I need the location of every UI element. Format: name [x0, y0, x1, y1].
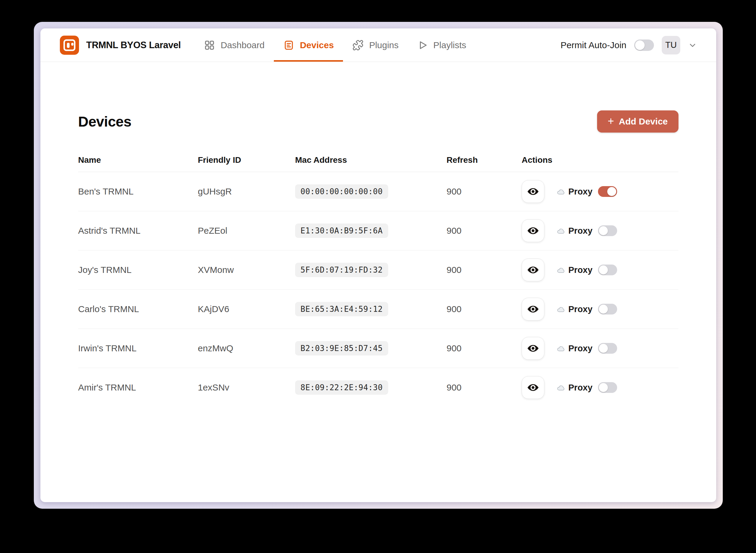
- table-row: Carlo's TRMNL KAjDV6 BE:65:3A:E4:59:12 9…: [78, 290, 678, 329]
- actions-cell: Proxy: [522, 298, 678, 320]
- cloud-icon: [556, 305, 565, 314]
- add-device-button[interactable]: + Add Device: [597, 110, 678, 133]
- device-refresh: 900: [447, 343, 522, 353]
- device-friendly-id: PeZEol: [198, 226, 295, 236]
- proxy-label: Proxy: [569, 187, 593, 196]
- proxy-label: Proxy: [569, 383, 593, 393]
- device-refresh: 900: [447, 382, 522, 393]
- table-row: Joy's TRMNL XVMonw 5F:6D:07:19:FD:32 900: [78, 250, 678, 290]
- actions-cell: Proxy: [522, 180, 678, 203]
- mac-address-badge: BE:65:3A:E4:59:12: [295, 302, 388, 316]
- mac-address-badge: 00:00:00:00:00:00: [295, 184, 388, 199]
- table-header-row: Name Friendly ID Mac Address Refresh Act…: [78, 148, 678, 172]
- mac-address-cell: 8E:09:22:2E:94:30: [295, 380, 447, 395]
- view-device-button[interactable]: [522, 219, 544, 242]
- cloud-icon: [556, 187, 565, 196]
- brand[interactable]: TRMNL BYOS Laravel: [60, 28, 181, 62]
- device-table-body: Ben's TRMNL gUHsgR 00:00:00:00:00:00 900: [78, 172, 678, 407]
- view-device-button[interactable]: [522, 180, 544, 203]
- add-device-label: Add Device: [619, 116, 668, 127]
- mac-address-cell: BE:65:3A:E4:59:12: [295, 302, 447, 316]
- header-right: Permit Auto-Join TU: [560, 28, 697, 62]
- table-row: Ben's TRMNL gUHsgR 00:00:00:00:00:00 900: [78, 172, 678, 211]
- column-header-name: Name: [78, 155, 198, 165]
- page-head: Devices + Add Device: [78, 110, 678, 133]
- column-header-friendly-id: Friendly ID: [198, 155, 295, 165]
- actions-cell: Proxy: [522, 258, 678, 281]
- play-icon: [417, 40, 428, 51]
- cloud-icon: [556, 226, 565, 235]
- proxy-toggle[interactable]: [598, 382, 617, 393]
- tab-playlists[interactable]: Playlists: [408, 28, 475, 62]
- device-name: Amir's TRMNL: [78, 382, 198, 393]
- eye-icon: [527, 264, 539, 276]
- toggle-knob: [599, 305, 608, 314]
- toggle-knob: [599, 226, 608, 235]
- eye-icon: [527, 381, 539, 394]
- device-friendly-id: gUHsgR: [198, 186, 295, 196]
- eye-icon: [527, 303, 539, 315]
- proxy-label: Proxy: [569, 343, 593, 353]
- mac-address-cell: 5F:6D:07:19:FD:32: [295, 263, 447, 277]
- proxy-toggle[interactable]: [598, 343, 617, 354]
- mac-address-badge: 5F:6D:07:19:FD:32: [295, 263, 388, 277]
- device-refresh: 900: [447, 265, 522, 275]
- proxy-toggle[interactable]: [598, 304, 617, 315]
- eye-icon: [527, 185, 539, 198]
- tab-label: Dashboard: [221, 40, 264, 50]
- eye-icon: [527, 224, 539, 237]
- view-device-button[interactable]: [522, 337, 544, 360]
- device-refresh: 900: [447, 226, 522, 236]
- mac-address-cell: 00:00:00:00:00:00: [295, 184, 447, 199]
- tab-label: Devices: [300, 40, 334, 50]
- app-title: TRMNL BYOS Laravel: [86, 40, 181, 51]
- app-window: TRMNL BYOS Laravel Dashboard: [34, 22, 723, 509]
- chevron-down-icon[interactable]: [688, 41, 697, 50]
- column-header-mac-address: Mac Address: [295, 155, 447, 165]
- view-device-button[interactable]: [522, 298, 544, 320]
- app-header: TRMNL BYOS Laravel Dashboard: [41, 28, 716, 62]
- grid-icon: [204, 40, 215, 51]
- view-device-button[interactable]: [522, 376, 544, 399]
- main-nav: Dashboard Devices: [195, 28, 475, 62]
- device-name: Astrid's TRMNL: [78, 226, 198, 236]
- tab-dashboard[interactable]: Dashboard: [195, 28, 274, 62]
- plus-icon: +: [608, 116, 614, 127]
- device-friendly-id: 1exSNv: [198, 382, 295, 393]
- mac-address-cell: B2:03:9E:85:D7:45: [295, 341, 447, 356]
- eye-icon: [527, 342, 539, 354]
- permit-auto-join-toggle[interactable]: [634, 40, 654, 51]
- mac-address-badge: B2:03:9E:85:D7:45: [295, 341, 388, 356]
- mac-address-badge: E1:30:0A:B9:5F:6A: [295, 224, 388, 238]
- puzzle-icon: [352, 40, 364, 51]
- toggle-knob: [599, 383, 608, 392]
- toggle-knob: [599, 344, 608, 353]
- view-device-button[interactable]: [522, 258, 544, 281]
- table-row: Irwin's TRMNL enzMwQ B2:03:9E:85:D7:45 9…: [78, 329, 678, 368]
- app-card: TRMNL BYOS Laravel Dashboard: [41, 28, 716, 502]
- devices-icon: [283, 40, 295, 51]
- device-refresh: 900: [447, 186, 522, 196]
- permit-auto-join-label: Permit Auto-Join: [560, 40, 626, 50]
- tab-label: Playlists: [433, 40, 466, 50]
- user-avatar[interactable]: TU: [662, 36, 680, 55]
- proxy-toggle[interactable]: [598, 264, 617, 275]
- column-header-actions: Actions: [522, 155, 678, 165]
- proxy-toggle[interactable]: [598, 186, 617, 197]
- device-refresh: 900: [447, 304, 522, 314]
- cloud-icon: [556, 383, 565, 392]
- tab-devices[interactable]: Devices: [274, 28, 343, 62]
- proxy-toggle[interactable]: [598, 225, 617, 236]
- actions-cell: Proxy: [522, 376, 678, 399]
- proxy-label: Proxy: [569, 226, 593, 236]
- trmnl-logo-icon: [60, 35, 79, 55]
- cloud-icon: [556, 265, 565, 274]
- device-friendly-id: enzMwQ: [198, 343, 295, 353]
- mac-address-cell: E1:30:0A:B9:5F:6A: [295, 224, 447, 238]
- device-name: Irwin's TRMNL: [78, 343, 198, 353]
- tab-plugins[interactable]: Plugins: [343, 28, 407, 62]
- cloud-icon: [556, 344, 565, 353]
- device-name: Ben's TRMNL: [78, 186, 198, 196]
- page-title: Devices: [78, 114, 131, 130]
- column-header-refresh: Refresh: [447, 155, 522, 165]
